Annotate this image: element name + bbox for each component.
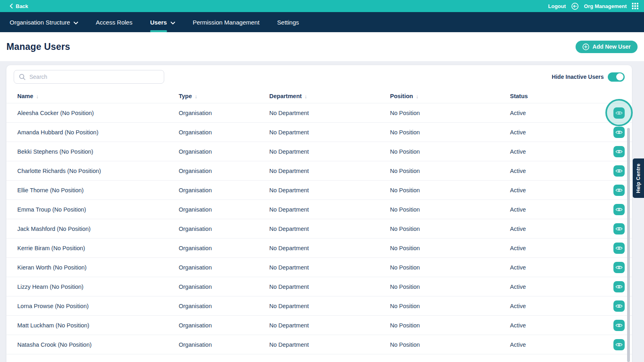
back-button[interactable]: Back [10, 3, 28, 9]
cell-department: No Department [269, 129, 390, 136]
cell-department: No Department [269, 168, 390, 174]
cell-department: No Department [269, 264, 390, 271]
sort-arrow-icon: ↓ [36, 93, 39, 99]
table-row: Lorna Prowse (No Position) Organisation … [6, 296, 632, 315]
help-centre-tab[interactable]: Help Centre [633, 158, 644, 198]
view-user-button[interactable] [613, 300, 625, 312]
view-user-button[interactable] [613, 185, 625, 196]
view-user-button[interactable] [613, 281, 625, 292]
sort-arrow-icon: ↓ [305, 93, 308, 99]
view-user-button[interactable] [613, 146, 625, 157]
search-box[interactable] [14, 70, 164, 84]
table-row: Bekki Stephens (No Position) Organisatio… [6, 142, 632, 161]
table-row: Amanda Hubbard (No Position) Organisatio… [6, 122, 632, 142]
eye-icon [615, 110, 623, 116]
logout-button[interactable]: Logout [548, 3, 566, 9]
view-user-button[interactable] [613, 107, 625, 119]
page-title: Manage Users [6, 41, 70, 52]
table-row: Ellie Thorne (No Position) Organisation … [6, 180, 632, 200]
view-user-button[interactable] [613, 243, 625, 254]
eye-icon [615, 284, 623, 290]
eye-icon [615, 245, 623, 251]
search-input[interactable] [29, 74, 159, 80]
view-user-button[interactable] [613, 127, 625, 138]
view-user-button[interactable] [613, 320, 625, 331]
cell-status: Active [510, 206, 590, 213]
column-header-name[interactable]: Name ↓ [17, 93, 179, 99]
cell-status: Active [510, 110, 590, 116]
cell-type: Organisation [179, 284, 269, 290]
cell-type: Organisation [179, 226, 269, 232]
cell-type: Organisation [179, 264, 269, 271]
logout-icon[interactable] [571, 2, 579, 10]
nav-item-organisation-structure[interactable]: Organisation Structure [10, 12, 78, 32]
cell-type: Organisation [179, 148, 269, 155]
sort-arrow-icon: ↓ [416, 93, 419, 99]
hide-inactive-toggle[interactable] [608, 72, 625, 82]
cell-type: Organisation [179, 341, 269, 348]
nav-item-users[interactable]: Users [150, 12, 175, 32]
column-header-position[interactable]: Position ↓ [390, 93, 510, 99]
main-navigation: Organisation Structure Access Roles User… [0, 12, 644, 32]
eye-icon [615, 168, 623, 174]
cell-status: Active [510, 168, 590, 174]
view-user-button[interactable] [613, 262, 625, 273]
cell-name: Emma Troup (No Position) [17, 206, 179, 213]
cell-status: Active [510, 129, 590, 136]
column-header-department[interactable]: Department ↓ [269, 93, 390, 99]
cell-status: Active [510, 245, 590, 251]
cell-status: Active [510, 322, 590, 329]
add-new-user-button[interactable]: Add New User [576, 41, 638, 53]
cell-type: Organisation [179, 303, 269, 309]
apps-grid-icon[interactable] [632, 3, 638, 9]
nav-label: Permission Management [193, 19, 260, 26]
cell-name: Kerrie Biram (No Position) [17, 245, 179, 251]
nav-label: Access Roles [96, 19, 132, 26]
cell-type: Organisation [179, 110, 269, 116]
sort-arrow-icon: ↓ [195, 93, 198, 99]
cell-name: Charlotte Richards (No Position) [17, 168, 179, 174]
cell-type: Organisation [179, 245, 269, 251]
active-tab-indicator [150, 30, 167, 32]
plus-circle-icon [582, 43, 589, 50]
cell-status: Active [510, 226, 590, 232]
nav-label: Organisation Structure [10, 19, 70, 26]
cell-type: Organisation [179, 206, 269, 213]
vertical-scrollbar[interactable] [627, 128, 630, 362]
nav-label: Settings [277, 19, 299, 26]
column-header-type[interactable]: Type ↓ [179, 93, 269, 99]
cell-status: Active [510, 148, 590, 155]
cell-department: No Department [269, 245, 390, 251]
table-row: Lizzy Hearn (No Position) Organisation N… [6, 277, 632, 296]
cell-position: No Position [390, 303, 510, 309]
page-header: Manage Users Add New User [0, 32, 644, 61]
nav-item-access-roles[interactable]: Access Roles [96, 12, 132, 32]
table-row: Jack Mashford (No Position) Organisation… [6, 219, 632, 238]
nav-item-permission-management[interactable]: Permission Management [193, 12, 260, 32]
back-label: Back [16, 3, 28, 9]
cell-status: Active [510, 264, 590, 271]
eye-icon [615, 323, 623, 328]
cell-name: Jack Mashford (No Position) [17, 226, 179, 232]
eye-icon [615, 187, 623, 193]
view-user-button[interactable] [613, 223, 625, 234]
table-toolbar: Hide Inactive Users [14, 70, 625, 84]
column-header-status: Status [510, 93, 590, 99]
cell-department: No Department [269, 187, 390, 193]
add-new-user-label: Add New User [592, 43, 631, 50]
cell-department: No Department [269, 206, 390, 213]
view-user-button[interactable] [613, 165, 625, 177]
nav-item-settings[interactable]: Settings [277, 12, 299, 32]
cell-name: Natasha Crook (No Position) [17, 341, 179, 348]
org-management-link[interactable]: Org Management [584, 3, 627, 9]
cell-type: Organisation [179, 168, 269, 174]
cell-name: Kieran Worth (No Position) [17, 264, 179, 271]
view-user-button[interactable] [613, 339, 625, 350]
table-body: Aleesha Cocker (No Position) Organisatio… [6, 103, 632, 354]
cell-position: No Position [390, 148, 510, 155]
chevron-down-icon [74, 19, 78, 26]
cell-position: No Position [390, 284, 510, 290]
chevron-left-icon [10, 4, 13, 8]
hide-inactive-label: Hide Inactive Users [552, 74, 604, 80]
view-user-button[interactable] [613, 204, 625, 215]
